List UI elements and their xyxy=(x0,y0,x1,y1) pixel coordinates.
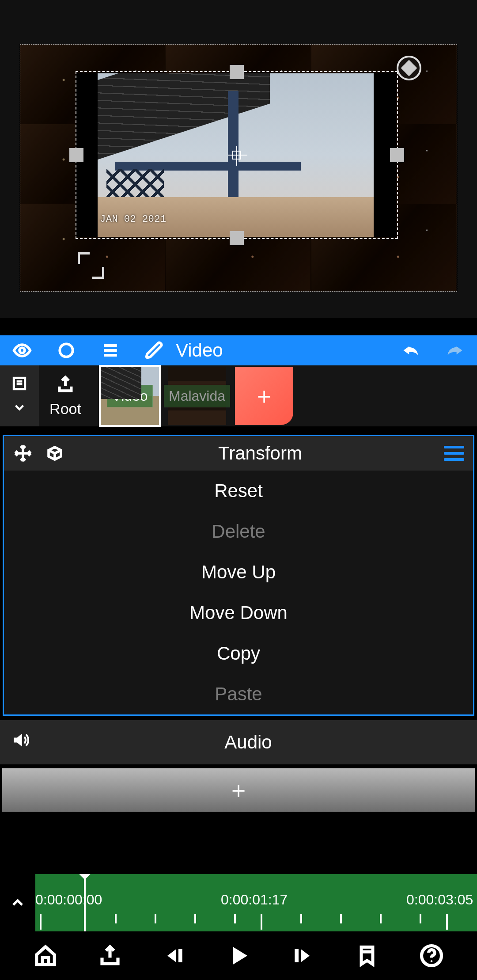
svg-point-6 xyxy=(431,960,433,962)
visibility-icon[interactable] xyxy=(12,341,32,360)
toolbar-title: Video xyxy=(176,340,223,361)
add-layer-button[interactable]: ＋ xyxy=(235,367,293,425)
handle-bottom[interactable] xyxy=(230,231,244,245)
cube-icon[interactable] xyxy=(45,444,65,463)
record-icon[interactable] xyxy=(57,341,76,360)
svg-rect-3 xyxy=(178,949,182,962)
rotate-handle[interactable] xyxy=(397,56,421,80)
timecode: 0:00:03:05 xyxy=(406,892,473,908)
play-icon[interactable] xyxy=(225,942,252,969)
bottom-nav xyxy=(0,931,477,980)
anchor-icon[interactable] xyxy=(232,151,241,160)
step-back-icon[interactable] xyxy=(160,942,188,969)
handle-left[interactable] xyxy=(69,148,83,162)
layer-thumb-label: Video xyxy=(107,385,152,407)
menu-item-paste: Paste xyxy=(4,674,473,714)
menu-item-copy[interactable]: Copy xyxy=(4,633,473,674)
timecode: 0:00:00:00 xyxy=(35,892,102,908)
timeline: 0:00:00:00 0:00:01:17 0:00:03:05 xyxy=(0,874,477,931)
timeline-track[interactable]: 0:00:00:00 0:00:01:17 0:00:03:05 xyxy=(35,874,477,931)
edit-icon[interactable] xyxy=(145,341,164,360)
layer-strip: Root Video Malavida ＋ xyxy=(0,365,477,426)
crop-reticle-icon[interactable] xyxy=(78,252,104,279)
handle-top[interactable] xyxy=(230,65,244,79)
menu-item-delete: Delete xyxy=(4,511,473,552)
panel-menu-icon[interactable] xyxy=(444,446,464,461)
collapse-down-icon[interactable] xyxy=(12,400,27,417)
svg-point-1 xyxy=(60,344,72,357)
layer-thumb-malavida[interactable]: Malavida xyxy=(168,367,226,425)
menu-item-move-down[interactable]: Move Down xyxy=(4,593,473,633)
add-track-button[interactable]: ＋ xyxy=(2,768,475,812)
selection-bounds[interactable] xyxy=(76,71,398,239)
timecode: 0:00:01:17 xyxy=(221,892,288,908)
help-icon[interactable] xyxy=(418,942,445,969)
toolbar: Video xyxy=(0,335,477,365)
svg-point-0 xyxy=(19,348,25,353)
redo-icon[interactable] xyxy=(445,341,465,360)
home-icon[interactable] xyxy=(32,942,59,969)
handle-right[interactable] xyxy=(390,148,404,162)
preview-canvas[interactable]: JAN 02 2021 xyxy=(0,0,477,318)
audio-title: Audio xyxy=(30,732,466,753)
menu-icon[interactable] xyxy=(101,341,120,360)
bookmark-icon[interactable] xyxy=(353,942,381,969)
speaker-icon xyxy=(11,730,30,754)
transform-panel: Transform Reset Delete Move Up Move Down… xyxy=(3,435,474,716)
layer-thumb-video[interactable]: Video xyxy=(101,367,159,425)
menu-item-reset[interactable]: Reset xyxy=(4,471,473,511)
export-icon[interactable] xyxy=(96,942,124,969)
preview-frame[interactable]: JAN 02 2021 xyxy=(20,44,457,292)
plus-icon: ＋ xyxy=(227,775,250,805)
svg-rect-4 xyxy=(295,949,299,962)
timeline-collapse-icon[interactable] xyxy=(0,874,35,931)
root-layer[interactable]: Root xyxy=(39,365,92,426)
export-icon xyxy=(55,375,76,397)
menu-item-move-up[interactable]: Move Up xyxy=(4,552,473,593)
panel-title: Transform xyxy=(76,443,444,464)
undo-icon[interactable] xyxy=(401,341,420,360)
step-forward-icon[interactable] xyxy=(289,942,317,969)
root-label: Root xyxy=(49,400,81,418)
audio-section[interactable]: Audio xyxy=(0,720,477,764)
move-icon[interactable] xyxy=(13,444,33,463)
layer-thumb-label: Malavida xyxy=(164,385,230,407)
plus-icon: ＋ xyxy=(253,380,276,411)
layer-panel-icon[interactable] xyxy=(11,375,28,394)
